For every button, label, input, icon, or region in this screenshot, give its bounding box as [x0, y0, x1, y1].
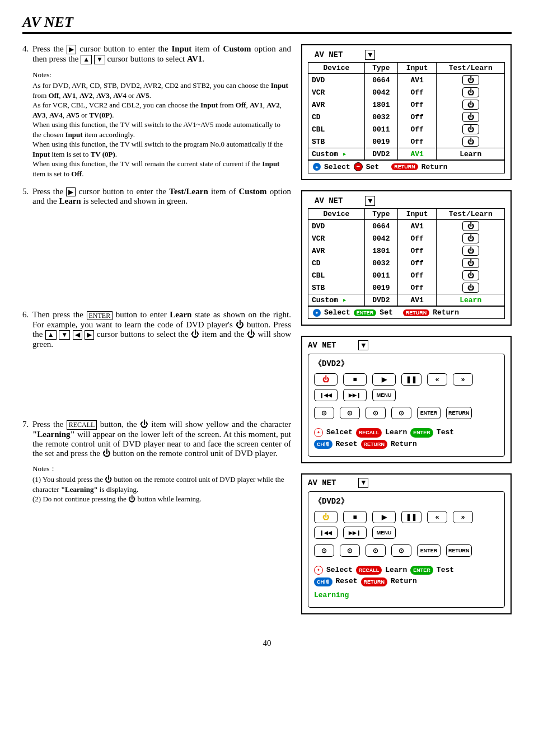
right-cursor-icon: ▶	[67, 45, 76, 54]
power-icon: ⏻	[105, 475, 112, 483]
table-row: VCR0042Off⏻	[308, 86, 505, 98]
step-5: 5. Press the ▶ cursor button to enter th…	[22, 187, 291, 206]
menu-button: MENU	[372, 527, 396, 539]
down-arrow-icon: ▼	[365, 50, 375, 60]
page-header: AV NET	[22, 14, 512, 34]
step-4: 4. Press the ▶ cursor button to enter th…	[22, 44, 291, 64]
nav-icon: ✦	[313, 163, 321, 171]
power-icon: ⏻	[462, 221, 479, 231]
app-button: ⊙	[391, 544, 411, 557]
table-row: VCR0042Off⏻	[308, 232, 505, 245]
power-icon: ⏻	[462, 100, 479, 110]
enter-button: ENTER	[417, 407, 441, 419]
return-button: RETURN	[446, 407, 472, 419]
next-button: ▶▶❙	[343, 527, 367, 539]
table-row: STB0019Off⏻	[308, 281, 505, 294]
enter-pill: ENTER	[410, 428, 433, 437]
enter-pill: ENTER	[410, 566, 433, 575]
osd-table: Device Type Input Test/Learn DVD0664AV1⏻…	[308, 208, 505, 306]
osd-figure-1: AV NET ▼ Device Type Input Test/Learn DV…	[301, 44, 512, 180]
table-row-custom: Custom ▸ DVD2 AV1 Learn	[308, 148, 505, 160]
app-button: ⊙	[340, 407, 360, 419]
down-cursor-icon: ▼	[59, 330, 70, 339]
learning-status: Learning	[314, 590, 499, 602]
device-label: 《DVD2》	[314, 359, 499, 369]
app-button: ⊙	[314, 544, 334, 557]
figure-title: AV NET	[308, 341, 336, 350]
table-row: DVD0664AV1⏻	[308, 220, 505, 233]
power-icon: ⏻	[462, 270, 479, 280]
right-cursor-icon: ▶	[66, 187, 76, 196]
device-label: 《DVD2》	[314, 496, 499, 506]
down-arrow-icon: ▼	[358, 340, 368, 350]
power-icon: ⏻	[247, 330, 255, 339]
enter-pill: ENTER	[354, 309, 377, 316]
power-button: ⏻	[314, 373, 338, 386]
app-button: ⊙	[366, 544, 386, 557]
pause-button: ❚❚	[401, 373, 421, 386]
play-button: ▶	[372, 373, 396, 386]
ch-pill: CHⅠ/Ⅱ	[314, 440, 332, 449]
power-icon: ⏻	[462, 283, 479, 293]
power-icon: ⏻	[462, 112, 479, 122]
page-title: AV NET	[22, 14, 73, 30]
minus-icon: −	[354, 162, 363, 171]
right-cursor-icon: ▶	[85, 330, 94, 339]
rewind-button: «	[427, 373, 447, 386]
osd-title: AV NET	[315, 196, 343, 205]
menu-button: MENU	[372, 389, 396, 401]
left-column: 4. Press the ▶ cursor button to enter th…	[22, 44, 291, 624]
table-row: CD0032Off⏻	[308, 111, 505, 123]
app-button: ⊙	[340, 544, 360, 557]
figure-title: AV NET	[308, 478, 336, 487]
power-icon: ⏻	[102, 449, 111, 458]
power-icon: ⏻	[462, 246, 479, 256]
stop-button: ■	[343, 373, 367, 386]
app-button: ⊙	[391, 407, 411, 419]
return-button: RETURN	[446, 544, 472, 557]
enter-button: ENTER	[417, 544, 441, 557]
table-row: AVR1801Off⏻	[308, 245, 505, 257]
power-icon: ⏻	[462, 233, 479, 243]
fastfwd-button: »	[453, 511, 473, 523]
next-button: ▶▶❙	[343, 389, 367, 401]
ch-pill: CHⅠ/Ⅱ	[314, 577, 332, 586]
osd-figure-2: AV NET ▼ Device Type Input Test/Learn DV…	[301, 190, 512, 326]
power-icon: ⏻	[462, 87, 479, 97]
return-pill: RETURN	[361, 577, 388, 586]
table-row-custom: Custom ▸ DVD2 AV1 Learn	[308, 294, 505, 306]
table-row: AVR1801Off⏻	[308, 98, 505, 111]
fastfwd-button: »	[453, 373, 473, 386]
power-button: ⏻	[314, 511, 338, 523]
rewind-button: «	[427, 511, 447, 523]
recall-pill: RECALL	[356, 566, 382, 575]
nav-icon: ✦	[313, 309, 321, 317]
notes-step7: Notes： (1) You should press the ⏻ button…	[32, 464, 291, 504]
down-arrow-icon: ▼	[358, 478, 368, 488]
pause-button: ❚❚	[401, 511, 421, 523]
table-row: CD0032Off⏻	[308, 257, 505, 269]
step-body: Press the ▶ cursor button to enter the I…	[32, 44, 291, 64]
page-number: 40	[22, 638, 512, 648]
power-icon: ⏻	[462, 258, 479, 268]
power-icon: ⏻	[236, 320, 244, 329]
return-pill: RETURN	[361, 440, 388, 449]
osd-table: Device Type Input Test/Learn DVD0664AV1⏻…	[308, 62, 505, 160]
osd-footer: ✦ Select ENTER Set RETURN Return	[308, 306, 505, 319]
power-icon: ⏻	[191, 330, 199, 339]
return-pill: RETURN	[403, 309, 430, 316]
play-button: ▶	[372, 511, 396, 523]
app-button: ⊙	[314, 407, 334, 419]
step-number: 4.	[22, 44, 32, 64]
left-cursor-icon: ◀	[73, 330, 82, 339]
osd-title: AV NET	[315, 50, 343, 59]
step-6: 6. Then press the ENTER button to enter …	[22, 310, 291, 349]
down-arrow-icon: ▼	[365, 196, 375, 206]
right-column: AV NET ▼ Device Type Input Test/Learn DV…	[301, 44, 512, 624]
power-icon: ⏻	[462, 124, 479, 134]
nav-icon: ✦	[314, 428, 323, 437]
return-pill: RETURN	[391, 163, 418, 170]
prev-button: ❙◀◀	[314, 527, 338, 539]
power-icon: ⏻	[462, 75, 479, 85]
prev-button: ❙◀◀	[314, 389, 338, 401]
